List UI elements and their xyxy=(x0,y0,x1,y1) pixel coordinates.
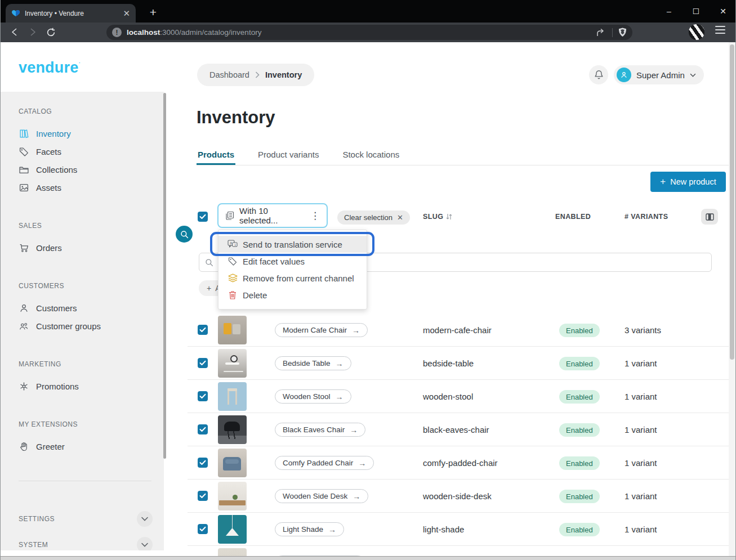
column-settings-button[interactable] xyxy=(701,209,718,225)
sidebar-item-orders[interactable]: Orders xyxy=(19,239,154,257)
tab-product-variants[interactable]: Product variants xyxy=(257,146,320,165)
tab-stock-locations[interactable]: Stock locations xyxy=(341,146,400,165)
breadcrumb-current: Inventory xyxy=(265,70,302,79)
column-header-variants[interactable]: # VARIANTS xyxy=(625,213,668,221)
breadcrumb[interactable]: Dashboard Inventory xyxy=(197,64,314,86)
url-bar[interactable]: ! localhost :3000/admin/catalog/inventor… xyxy=(106,25,632,40)
product-link[interactable]: Light Shade→ xyxy=(275,522,344,536)
main-content: Dashboard Inventory Super Admin Inventor… xyxy=(169,42,729,556)
sidebar-scrollbar[interactable] xyxy=(163,93,166,459)
row-checkbox[interactable] xyxy=(198,458,208,468)
layers-icon xyxy=(228,274,238,283)
forward-button-icon[interactable] xyxy=(26,25,39,39)
breadcrumb-dashboard[interactable]: Dashboard xyxy=(209,70,249,79)
product-link[interactable]: Modern Cafe Chair→ xyxy=(275,323,368,337)
search-toggle-button[interactable] xyxy=(176,226,193,243)
settings-expand-button[interactable] xyxy=(137,511,153,527)
reload-button-icon[interactable] xyxy=(44,25,57,39)
new-tab-button[interactable]: + xyxy=(146,6,160,19)
product-table: Modern Cafe Chair→ modern-cafe-chair Ena… xyxy=(188,313,729,556)
tab-bar: Products Product variants Stock location… xyxy=(197,146,729,165)
section-label-system: SYSTEM xyxy=(19,541,48,549)
product-link[interactable]: Comfy Padded Chair→ xyxy=(275,456,374,470)
sidebar-item-label: Customers xyxy=(36,303,77,313)
row-checkbox[interactable] xyxy=(198,524,208,534)
window-maximize-button[interactable]: ☐ xyxy=(692,7,701,16)
brave-shield-icon[interactable] xyxy=(618,28,627,37)
window-close-button[interactable]: ✕ xyxy=(719,7,728,16)
browser-menu-icon[interactable] xyxy=(715,26,725,34)
table-row: Wooden Stool→ wooden-stool Enabled 1 var… xyxy=(188,380,729,413)
tag-icon xyxy=(228,257,238,266)
variant-count: 1 variant xyxy=(625,425,657,434)
sidebar-item-greeter[interactable]: Greeter xyxy=(19,437,154,455)
row-checkbox[interactable] xyxy=(198,358,208,368)
chevron-down-icon xyxy=(690,73,696,77)
tab-close-icon[interactable]: ✕ xyxy=(123,8,130,19)
row-checkbox[interactable] xyxy=(198,424,208,434)
menu-item-send-to-translation[interactable]: a文 Send to translation service xyxy=(218,236,367,253)
bulk-actions-menu: a文 Send to translation service Edit face… xyxy=(218,230,367,310)
clear-selection-chip[interactable]: Clear selection ✕ xyxy=(337,210,410,225)
sidebar-item-customers[interactable]: Customers xyxy=(19,299,154,317)
row-checkbox[interactable] xyxy=(198,325,208,335)
row-checkbox[interactable] xyxy=(198,391,208,401)
chevron-down-icon xyxy=(141,517,148,521)
scrollbar-thumb[interactable] xyxy=(730,44,734,360)
product-thumbnail xyxy=(218,449,247,477)
new-product-button[interactable]: + New product xyxy=(650,172,726,192)
sidebar-item-facets[interactable]: Facets xyxy=(19,142,154,160)
sidebar-item-collections[interactable]: Collections xyxy=(19,160,154,178)
table-row: Modern Cafe Chair→ modern-cafe-chair Ena… xyxy=(188,313,729,347)
sort-icon[interactable] xyxy=(446,213,452,220)
tab-products[interactable]: Products xyxy=(197,146,235,165)
chevron-down-icon xyxy=(141,543,148,547)
browser-tab-strip: Inventory • Vendure ✕ + – ☐ ✕ xyxy=(1,0,735,23)
arrow-right-icon: → xyxy=(353,492,360,501)
sidebar-item-assets[interactable]: Assets xyxy=(19,178,154,196)
menu-item-edit-facet-values[interactable]: Edit facet values xyxy=(218,253,367,270)
user-menu[interactable]: Super Admin xyxy=(614,65,704,84)
window-minimize-button[interactable]: – xyxy=(664,7,673,16)
sidebar-item-promotions[interactable]: Promotions xyxy=(19,377,154,395)
table-row: Comfy Padded Chair→ comfy-padded-chair E… xyxy=(188,446,729,480)
site-info-icon[interactable]: ! xyxy=(112,28,122,37)
menu-item-remove-from-channel[interactable]: Remove from current channel xyxy=(218,270,367,286)
back-button-icon[interactable] xyxy=(8,25,21,39)
section-label-settings: SETTINGS xyxy=(19,515,55,523)
notifications-button[interactable] xyxy=(589,65,608,84)
share-icon[interactable] xyxy=(596,28,606,37)
sidebar-item-inventory[interactable]: Inventory xyxy=(19,124,154,142)
product-slug: wooden-side-desk xyxy=(423,491,492,501)
section-label-sales: SALES xyxy=(19,222,164,230)
product-link[interactable]: Black Eaves Chair→ xyxy=(275,423,365,437)
product-slug: black-eaves-chair xyxy=(423,425,489,434)
select-all-checkbox[interactable] xyxy=(198,212,208,222)
status-badge: Enabled xyxy=(559,423,600,437)
sidebar-item-label: Greeter xyxy=(36,442,65,451)
status-badge: Enabled xyxy=(559,523,600,536)
sidebar-item-customer-groups[interactable]: Customer groups xyxy=(19,317,154,335)
browser-profile-avatar[interactable] xyxy=(689,24,704,40)
page-scrollbar[interactable] xyxy=(729,42,735,556)
column-header-slug[interactable]: SLUG xyxy=(423,213,452,221)
menu-item-delete[interactable]: Delete xyxy=(218,286,367,303)
table-row-partial xyxy=(188,546,729,556)
svg-text:文: 文 xyxy=(234,243,237,247)
browser-tab[interactable]: Inventory • Vendure ✕ xyxy=(6,4,136,23)
product-link[interactable]: Wooden Stool→ xyxy=(275,389,351,404)
product-thumbnail xyxy=(218,316,247,344)
sidebar-item-label: Promotions xyxy=(36,382,79,391)
translate-icon: a文 xyxy=(228,240,238,249)
product-slug: wooden-stool xyxy=(423,392,473,401)
row-checkbox[interactable] xyxy=(198,491,208,501)
arrow-right-icon: → xyxy=(336,359,344,368)
columns-icon xyxy=(706,213,714,221)
bulk-actions-button[interactable]: With 10 selected... ⋮ xyxy=(217,203,328,228)
column-header-enabled[interactable]: ENABLED xyxy=(555,213,591,221)
product-thumbnail xyxy=(218,515,247,544)
book-icon xyxy=(19,128,29,138)
product-link[interactable]: Wooden Side Desk→ xyxy=(275,489,368,503)
system-expand-button[interactable] xyxy=(137,537,153,550)
product-link[interactable]: Bedside Table→ xyxy=(275,356,351,370)
